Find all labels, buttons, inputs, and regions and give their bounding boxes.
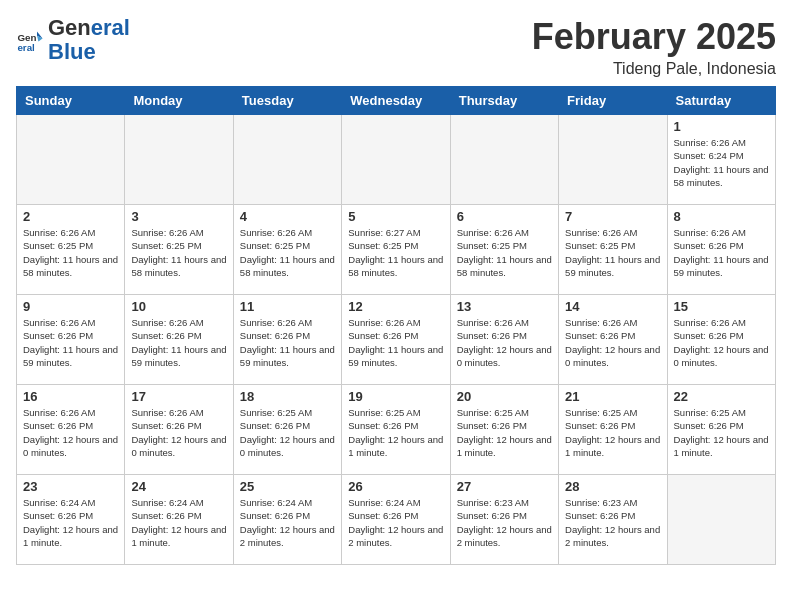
day-number: 21	[565, 389, 660, 404]
weekday-header-tuesday: Tuesday	[233, 87, 341, 115]
day-info: Sunrise: 6:26 AM Sunset: 6:26 PM Dayligh…	[565, 316, 660, 369]
day-number: 1	[674, 119, 769, 134]
calendar-cell: 28Sunrise: 6:23 AM Sunset: 6:26 PM Dayli…	[559, 475, 667, 565]
calendar-cell	[17, 115, 125, 205]
day-info: Sunrise: 6:25 AM Sunset: 6:26 PM Dayligh…	[348, 406, 443, 459]
day-info: Sunrise: 6:25 AM Sunset: 6:26 PM Dayligh…	[565, 406, 660, 459]
day-number: 2	[23, 209, 118, 224]
calendar-cell: 5Sunrise: 6:27 AM Sunset: 6:25 PM Daylig…	[342, 205, 450, 295]
weekday-header-saturday: Saturday	[667, 87, 775, 115]
calendar-cell: 20Sunrise: 6:25 AM Sunset: 6:26 PM Dayli…	[450, 385, 558, 475]
calendar-cell: 24Sunrise: 6:24 AM Sunset: 6:26 PM Dayli…	[125, 475, 233, 565]
calendar-body: 1Sunrise: 6:26 AM Sunset: 6:24 PM Daylig…	[17, 115, 776, 565]
day-info: Sunrise: 6:23 AM Sunset: 6:26 PM Dayligh…	[565, 496, 660, 549]
calendar-cell: 23Sunrise: 6:24 AM Sunset: 6:26 PM Dayli…	[17, 475, 125, 565]
calendar-cell: 15Sunrise: 6:26 AM Sunset: 6:26 PM Dayli…	[667, 295, 775, 385]
calendar-cell: 1Sunrise: 6:26 AM Sunset: 6:24 PM Daylig…	[667, 115, 775, 205]
day-number: 20	[457, 389, 552, 404]
day-number: 14	[565, 299, 660, 314]
calendar-cell: 13Sunrise: 6:26 AM Sunset: 6:26 PM Dayli…	[450, 295, 558, 385]
weekday-header-wednesday: Wednesday	[342, 87, 450, 115]
calendar-cell: 9Sunrise: 6:26 AM Sunset: 6:26 PM Daylig…	[17, 295, 125, 385]
weekday-header-friday: Friday	[559, 87, 667, 115]
day-info: Sunrise: 6:24 AM Sunset: 6:26 PM Dayligh…	[240, 496, 335, 549]
day-number: 13	[457, 299, 552, 314]
calendar-cell: 17Sunrise: 6:26 AM Sunset: 6:26 PM Dayli…	[125, 385, 233, 475]
day-info: Sunrise: 6:26 AM Sunset: 6:26 PM Dayligh…	[23, 406, 118, 459]
calendar-cell	[342, 115, 450, 205]
day-info: Sunrise: 6:26 AM Sunset: 6:25 PM Dayligh…	[565, 226, 660, 279]
day-number: 26	[348, 479, 443, 494]
logo-text: GeneralBlue	[48, 16, 130, 64]
weekday-header-row: SundayMondayTuesdayWednesdayThursdayFrid…	[17, 87, 776, 115]
day-info: Sunrise: 6:26 AM Sunset: 6:26 PM Dayligh…	[240, 316, 335, 369]
day-info: Sunrise: 6:26 AM Sunset: 6:26 PM Dayligh…	[674, 316, 769, 369]
day-info: Sunrise: 6:24 AM Sunset: 6:26 PM Dayligh…	[23, 496, 118, 549]
day-number: 6	[457, 209, 552, 224]
day-info: Sunrise: 6:26 AM Sunset: 6:26 PM Dayligh…	[674, 226, 769, 279]
day-number: 8	[674, 209, 769, 224]
calendar-cell: 19Sunrise: 6:25 AM Sunset: 6:26 PM Dayli…	[342, 385, 450, 475]
day-info: Sunrise: 6:25 AM Sunset: 6:26 PM Dayligh…	[674, 406, 769, 459]
title-block: February 2025 Tideng Pale, Indonesia	[532, 16, 776, 78]
svg-text:eral: eral	[17, 42, 35, 53]
day-number: 3	[131, 209, 226, 224]
day-number: 24	[131, 479, 226, 494]
calendar-cell	[125, 115, 233, 205]
day-info: Sunrise: 6:25 AM Sunset: 6:26 PM Dayligh…	[240, 406, 335, 459]
calendar-cell: 7Sunrise: 6:26 AM Sunset: 6:25 PM Daylig…	[559, 205, 667, 295]
calendar-cell: 27Sunrise: 6:23 AM Sunset: 6:26 PM Dayli…	[450, 475, 558, 565]
calendar-week-2: 2Sunrise: 6:26 AM Sunset: 6:25 PM Daylig…	[17, 205, 776, 295]
weekday-header-sunday: Sunday	[17, 87, 125, 115]
day-info: Sunrise: 6:26 AM Sunset: 6:26 PM Dayligh…	[457, 316, 552, 369]
month-title: February 2025	[532, 16, 776, 58]
calendar-cell	[667, 475, 775, 565]
calendar-cell: 3Sunrise: 6:26 AM Sunset: 6:25 PM Daylig…	[125, 205, 233, 295]
calendar-cell: 4Sunrise: 6:26 AM Sunset: 6:25 PM Daylig…	[233, 205, 341, 295]
day-number: 18	[240, 389, 335, 404]
day-number: 28	[565, 479, 660, 494]
day-info: Sunrise: 6:26 AM Sunset: 6:25 PM Dayligh…	[240, 226, 335, 279]
day-info: Sunrise: 6:26 AM Sunset: 6:26 PM Dayligh…	[131, 406, 226, 459]
day-info: Sunrise: 6:23 AM Sunset: 6:26 PM Dayligh…	[457, 496, 552, 549]
day-number: 10	[131, 299, 226, 314]
day-number: 17	[131, 389, 226, 404]
day-info: Sunrise: 6:24 AM Sunset: 6:26 PM Dayligh…	[131, 496, 226, 549]
calendar-week-5: 23Sunrise: 6:24 AM Sunset: 6:26 PM Dayli…	[17, 475, 776, 565]
calendar-table: SundayMondayTuesdayWednesdayThursdayFrid…	[16, 86, 776, 565]
logo: Gen eral GeneralBlue	[16, 16, 130, 64]
calendar-cell: 12Sunrise: 6:26 AM Sunset: 6:26 PM Dayli…	[342, 295, 450, 385]
day-number: 12	[348, 299, 443, 314]
day-number: 19	[348, 389, 443, 404]
day-number: 25	[240, 479, 335, 494]
calendar-cell: 25Sunrise: 6:24 AM Sunset: 6:26 PM Dayli…	[233, 475, 341, 565]
day-info: Sunrise: 6:26 AM Sunset: 6:26 PM Dayligh…	[348, 316, 443, 369]
calendar-cell	[559, 115, 667, 205]
day-number: 9	[23, 299, 118, 314]
logo-icon: Gen eral	[16, 26, 44, 54]
day-number: 4	[240, 209, 335, 224]
day-info: Sunrise: 6:26 AM Sunset: 6:25 PM Dayligh…	[131, 226, 226, 279]
calendar-week-4: 16Sunrise: 6:26 AM Sunset: 6:26 PM Dayli…	[17, 385, 776, 475]
day-info: Sunrise: 6:24 AM Sunset: 6:26 PM Dayligh…	[348, 496, 443, 549]
day-info: Sunrise: 6:26 AM Sunset: 6:25 PM Dayligh…	[457, 226, 552, 279]
day-info: Sunrise: 6:26 AM Sunset: 6:26 PM Dayligh…	[23, 316, 118, 369]
day-number: 7	[565, 209, 660, 224]
calendar-cell: 6Sunrise: 6:26 AM Sunset: 6:25 PM Daylig…	[450, 205, 558, 295]
calendar-cell: 10Sunrise: 6:26 AM Sunset: 6:26 PM Dayli…	[125, 295, 233, 385]
page-header: Gen eral GeneralBlue February 2025 Tiden…	[16, 16, 776, 78]
day-info: Sunrise: 6:26 AM Sunset: 6:26 PM Dayligh…	[131, 316, 226, 369]
day-info: Sunrise: 6:27 AM Sunset: 6:25 PM Dayligh…	[348, 226, 443, 279]
day-number: 5	[348, 209, 443, 224]
calendar-cell: 21Sunrise: 6:25 AM Sunset: 6:26 PM Dayli…	[559, 385, 667, 475]
calendar-cell: 14Sunrise: 6:26 AM Sunset: 6:26 PM Dayli…	[559, 295, 667, 385]
day-info: Sunrise: 6:26 AM Sunset: 6:25 PM Dayligh…	[23, 226, 118, 279]
location-subtitle: Tideng Pale, Indonesia	[532, 60, 776, 78]
calendar-week-1: 1Sunrise: 6:26 AM Sunset: 6:24 PM Daylig…	[17, 115, 776, 205]
day-number: 11	[240, 299, 335, 314]
weekday-header-thursday: Thursday	[450, 87, 558, 115]
calendar-cell	[450, 115, 558, 205]
day-number: 22	[674, 389, 769, 404]
calendar-cell	[233, 115, 341, 205]
day-info: Sunrise: 6:26 AM Sunset: 6:24 PM Dayligh…	[674, 136, 769, 189]
